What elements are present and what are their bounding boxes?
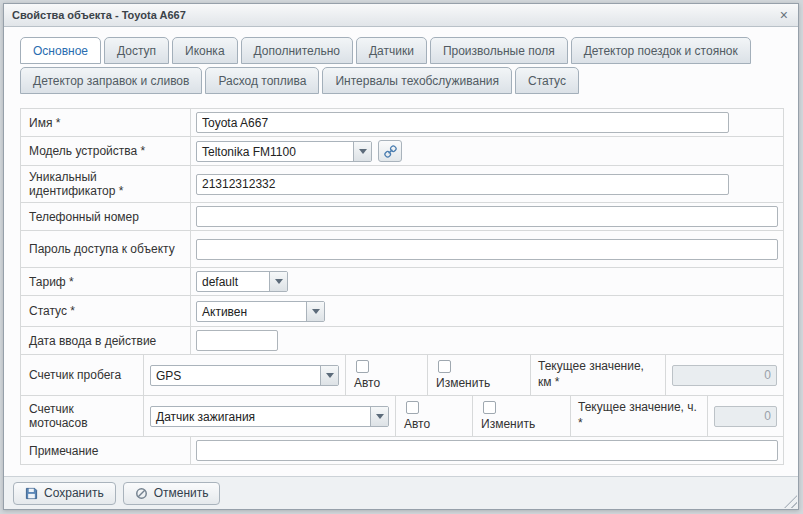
mileage-counter-label: Счетчик пробега <box>21 355 144 395</box>
row-unique-id: Уникальный идентификатор * <box>21 166 783 203</box>
tab-fuel-consumption[interactable]: Расход топлива <box>205 67 319 94</box>
name-label: Имя * <box>21 109 191 136</box>
tab-trip-detector[interactable]: Детектор поездок и стоянок <box>571 37 751 64</box>
row-note: Примечание <box>21 437 783 464</box>
chevron-down-icon <box>269 272 287 291</box>
mileage-current-label: Текущее значение, км * <box>531 355 666 395</box>
tab-advanced[interactable]: Дополнительно <box>241 37 353 64</box>
row-phone: Телефонный номер <box>21 203 783 231</box>
unique-id-label: Уникальный идентификатор * <box>21 166 191 202</box>
cancel-icon <box>135 487 148 500</box>
device-model-label: Модель устройства * <box>21 137 191 165</box>
device-model-value: Teltonika FM1100 <box>197 142 353 161</box>
engine-hours-current-label: Текущее значение, ч. * <box>571 396 708 436</box>
device-config-button[interactable] <box>378 140 402 162</box>
unique-id-input[interactable] <box>196 174 729 195</box>
cancel-button[interactable]: Отменить <box>123 482 221 505</box>
tab-icon[interactable]: Иконка <box>172 37 238 64</box>
mileage-source-select[interactable]: GPS <box>150 365 339 386</box>
row-tariff: Тариф * default <box>21 268 783 296</box>
engine-hours-edit-checkbox[interactable] <box>483 401 496 414</box>
row-device-model: Модель устройства * Teltonika FM1100 <box>21 137 783 166</box>
row-name: Имя * <box>21 109 783 137</box>
tariff-value: default <box>197 272 269 291</box>
activation-date-input[interactable] <box>196 330 278 351</box>
row-password: Пароль доступа к объекту <box>21 231 783 268</box>
engine-hours-auto-cell: Авто <box>396 396 473 436</box>
row-mileage-counter: Счетчик пробега GPS Авто Изменить Текуще… <box>21 355 783 396</box>
tab-sensors[interactable]: Датчики <box>356 37 427 64</box>
chevron-down-icon <box>353 142 371 161</box>
dialog-content: Основное Доступ Иконка Дополнительно Дат… <box>4 27 798 465</box>
password-input[interactable] <box>196 239 778 260</box>
link-icon <box>384 145 397 158</box>
tab-maintenance-intervals[interactable]: Интервалы техобслуживания <box>322 67 512 94</box>
mileage-auto-cell: Авто <box>346 355 428 395</box>
row-engine-hours-counter: Счетчик моточасов Датчик зажигания Авто … <box>21 396 783 437</box>
mileage-source-value: GPS <box>151 366 320 385</box>
engine-hours-edit-cell: Изменить <box>473 396 571 436</box>
mileage-edit-label: Изменить <box>436 376 490 390</box>
tab-main[interactable]: Основное <box>20 37 101 64</box>
activation-date-label: Дата ввода в действие <box>21 327 191 354</box>
phone-input[interactable] <box>196 206 778 227</box>
phone-label: Телефонный номер <box>21 203 191 230</box>
cancel-button-label: Отменить <box>154 486 209 500</box>
engine-hours-label: Счетчик моточасов <box>21 396 144 436</box>
dialog-title: Свойства объекта - Toyota A667 <box>12 9 778 21</box>
chevron-down-icon <box>320 366 338 385</box>
tariff-select[interactable]: default <box>196 271 288 292</box>
engine-hours-source-value: Датчик зажигания <box>151 407 370 426</box>
tab-row-2: Детектор заправок и сливов Расход топлив… <box>20 67 784 94</box>
mileage-edit-cell: Изменить <box>428 355 531 395</box>
status-label: Статус * <box>21 296 191 326</box>
mileage-edit-checkbox[interactable] <box>438 360 451 373</box>
save-button[interactable]: Сохранить <box>13 482 116 505</box>
row-status: Статус * Активен <box>21 296 783 327</box>
engine-hours-current-input <box>714 406 777 427</box>
device-model-select[interactable]: Teltonika FM1100 <box>196 141 372 162</box>
dialog-footer: Сохранить Отменить <box>4 476 798 509</box>
password-label: Пароль доступа к объекту <box>21 231 191 267</box>
tab-fuel-fill-detector[interactable]: Детектор заправок и сливов <box>20 67 202 94</box>
save-icon <box>25 487 38 500</box>
properties-form: Имя * Модель устройства * Teltonika FM11… <box>20 108 784 465</box>
note-input[interactable] <box>196 440 778 461</box>
save-button-label: Сохранить <box>44 486 104 500</box>
engine-hours-source-select[interactable]: Датчик зажигания <box>150 406 389 427</box>
close-icon[interactable]: × <box>778 8 790 22</box>
status-select[interactable]: Активен <box>196 301 325 322</box>
tab-bar: Основное Доступ Иконка Дополнительно Дат… <box>20 37 784 94</box>
object-properties-dialog: Свойства объекта - Toyota A667 × Основно… <box>3 3 799 510</box>
tab-status[interactable]: Статус <box>515 67 579 94</box>
engine-hours-edit-label: Изменить <box>481 417 535 431</box>
mileage-current-input <box>672 365 777 386</box>
tab-custom-fields[interactable]: Произвольные поля <box>430 37 568 64</box>
chevron-down-icon <box>370 407 388 426</box>
engine-hours-auto-label: Авто <box>404 417 430 431</box>
tab-access[interactable]: Доступ <box>104 37 169 64</box>
status-value: Активен <box>197 302 306 321</box>
engine-hours-auto-checkbox[interactable] <box>406 401 419 414</box>
dialog-titlebar[interactable]: Свойства объекта - Toyota A667 × <box>4 4 798 27</box>
tab-row-1: Основное Доступ Иконка Дополнительно Дат… <box>20 37 784 64</box>
note-label: Примечание <box>21 437 191 464</box>
row-activation-date: Дата ввода в действие <box>21 327 783 355</box>
tariff-label: Тариф * <box>21 268 191 295</box>
chevron-down-icon <box>306 302 324 321</box>
name-input[interactable] <box>196 112 729 133</box>
mileage-auto-checkbox[interactable] <box>356 360 369 373</box>
mileage-auto-label: Авто <box>354 376 380 390</box>
